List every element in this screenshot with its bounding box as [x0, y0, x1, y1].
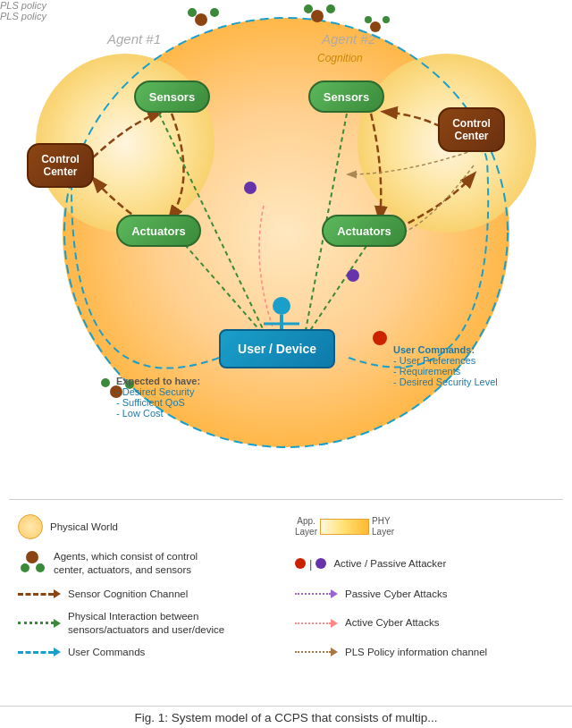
- actuators-2-node: Actuators: [322, 215, 407, 247]
- control-center-2-node: ControlCenter: [438, 107, 505, 152]
- user-commands-box: User Commands: - User Preferences - Requ…: [393, 344, 498, 387]
- user-commands-item-2: - Requirements: [393, 366, 498, 377]
- actuators-1-node: Actuators: [116, 215, 201, 247]
- svg-point-16: [101, 378, 110, 387]
- passive-cyber-label: Passive Cyber Attacks: [345, 588, 447, 601]
- caption-bar: Fig. 1: System model of a CCPS that cons…: [0, 706, 572, 726]
- caption-text: Fig. 1: System model of a CCPS that cons…: [0, 709, 572, 726]
- diagram: Agent #1 Agent #2 Cognition: [0, 0, 572, 501]
- physical-world-label: Physical World: [50, 521, 118, 534]
- sensors-2-node: Sensors: [308, 80, 384, 113]
- passive-cyber-icon: [295, 589, 338, 598]
- physical-world-icon: [18, 514, 43, 539]
- legend-sensor-cognition: Sensor Cognition Channel: [18, 585, 277, 604]
- svg-point-26: [36, 563, 45, 572]
- app-phy-icon: App.Layer PHYLayer: [295, 516, 394, 538]
- svg-point-25: [26, 551, 38, 563]
- expected-item-1: - Desired Security: [116, 386, 200, 397]
- cognition-label: Cognition: [317, 52, 363, 64]
- user-commands-item-1: - User Preferences: [393, 355, 498, 366]
- user-commands-arrow-icon: [18, 648, 61, 656]
- divider: [9, 499, 563, 500]
- legend-passive-cyber: Passive Cyber Attacks: [295, 585, 554, 604]
- legend-grid: Physical World App.Layer PHYLayer Agent: [18, 512, 554, 662]
- agent1-label: Agent #1: [107, 31, 161, 47]
- legend-agents: Agents, which consist of controlcenter, …: [18, 546, 277, 581]
- agent2-label: Agent #2: [322, 31, 375, 47]
- active-cyber-icon: [295, 619, 338, 628]
- pls-policy-label-1: PLS policy: [0, 0, 572, 11]
- legend-active-cyber: Active Cyber Attacks: [295, 607, 554, 639]
- sensor-cognition-label: Sensor Cognition Channel: [68, 588, 188, 601]
- legend-container: Physical World App.Layer PHYLayer Agent: [0, 501, 572, 698]
- control-center-1-node: ControlCenter: [27, 143, 94, 188]
- legend-physical-interaction: Physical Interaction betweensensors/actu…: [18, 607, 277, 639]
- pls-policy-icon: [295, 648, 338, 656]
- expected-box: Expected to have: - Desired Security - S…: [116, 376, 200, 419]
- user-commands-arrow-label: User Commands: [68, 646, 145, 659]
- physical-interaction-icon: [18, 619, 61, 628]
- physical-interaction-label: Physical Interaction betweensensors/actu…: [68, 610, 224, 637]
- expected-item-3: - Low Cost: [116, 408, 200, 419]
- legend-user-commands-arrow: User Commands: [18, 643, 277, 662]
- pls-policy-label: PLS Policy information channel: [345, 646, 487, 659]
- legend-active-passive: | Active / Passive Attacker: [295, 546, 554, 581]
- active-cyber-label: Active Cyber Attacks: [345, 616, 439, 630]
- sensors-1-node: Sensors: [134, 80, 210, 113]
- active-passive-icon: |: [295, 557, 326, 571]
- active-passive-label: Active / Passive Attacker: [333, 557, 446, 571]
- user-device-node: User / Device: [219, 329, 335, 368]
- legend-physical-world: Physical World: [18, 512, 277, 542]
- agents-icon: [18, 548, 46, 579]
- expected-item-2: - Sufficient QoS: [116, 397, 200, 408]
- user-commands-title: User Commands:: [393, 344, 498, 355]
- legend-app-phy: App.Layer PHYLayer: [295, 512, 554, 542]
- agents-label: Agents, which consist of controlcenter, …: [54, 550, 198, 577]
- expected-title: Expected to have:: [116, 376, 200, 386]
- sensor-cognition-icon: [18, 589, 61, 598]
- svg-point-27: [21, 563, 29, 572]
- user-commands-item-3: - Desired Security Level: [393, 377, 498, 387]
- legend-pls-policy: PLS Policy information channel: [295, 643, 554, 662]
